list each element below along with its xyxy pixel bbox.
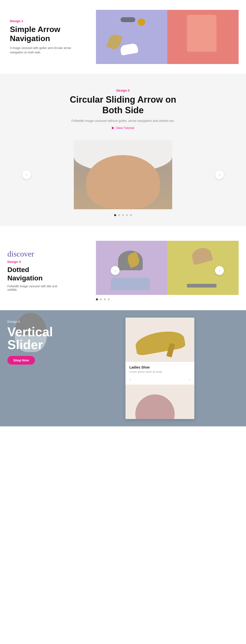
carousel3-prev-button[interactable]: ‹ xyxy=(111,266,120,275)
dot-2[interactable] xyxy=(118,214,120,216)
section3-dots xyxy=(96,295,239,300)
woman-face-skin xyxy=(86,155,160,209)
section1-simple-arrow: Design 1 Simple Arrow Navigation 3 image… xyxy=(0,0,246,74)
carousel3-image-2 xyxy=(167,241,239,295)
glasses-decoration xyxy=(121,17,135,22)
section2-description: Fullwidth image carousel without gutter,… xyxy=(7,119,239,122)
carousel3-image-1 xyxy=(96,241,167,295)
section3-text-block: discover Design 3 Dotted Navigation Full… xyxy=(7,250,61,292)
product-navigation: ‹ › xyxy=(125,375,194,384)
belt-decoration xyxy=(187,284,217,288)
carousel2-prev-button[interactable]: ‹ xyxy=(22,170,31,179)
circle-decoration xyxy=(135,394,175,419)
play-icon xyxy=(112,126,114,130)
section3-dotted-nav: discover Design 3 Dotted Navigation Full… xyxy=(0,226,246,310)
product-card-bottom-image xyxy=(125,384,194,419)
carousel2-next-button[interactable]: › xyxy=(215,170,224,179)
section4-person-area: Design 4 Vertical Slider Shop Now xyxy=(0,310,74,426)
section1-text-block: Design 1 Simple Arrow Navigation 3 image… xyxy=(7,19,76,55)
section4-title: Vertical Slider xyxy=(7,326,66,351)
section4-product-area: Ladies Shoe Lorem ipsum dolor sit amet ‹… xyxy=(74,310,246,426)
s3-dot-2[interactable] xyxy=(100,298,102,300)
discover-script-text: discover xyxy=(7,250,61,258)
section4-text-block: Design 4 Vertical Slider Shop Now xyxy=(0,310,74,374)
dot-1[interactable] xyxy=(114,214,116,216)
carousel3-next-button[interactable]: › xyxy=(215,266,224,275)
section1-carousel xyxy=(96,10,239,64)
product-info: Ladies Shoe Lorem ipsum dolor sit amet xyxy=(125,362,194,375)
section3-title: Dotted Navigation xyxy=(7,266,61,282)
tanktop-decoration xyxy=(187,15,217,52)
flower-decoration xyxy=(138,18,145,26)
section2-carousel-wrapper: ‹ › xyxy=(7,140,239,209)
section3-design-label: Design 3 xyxy=(7,260,61,264)
product-name: Ladies Shoe xyxy=(129,365,190,369)
section4-vertical-slider: Design 4 Vertical Slider Shop Now Ladies… xyxy=(0,310,246,426)
section2-design-label: Design 2 xyxy=(7,88,239,92)
section1-title: Simple Arrow Navigation xyxy=(10,25,76,43)
sneakers-decoration xyxy=(111,278,150,290)
shop-now-button[interactable]: Shop Now xyxy=(7,356,35,364)
dot-5[interactable] xyxy=(130,214,132,216)
section3-carousel: ‹ › xyxy=(96,241,239,300)
dot-4[interactable] xyxy=(126,214,128,216)
leaf-decoration xyxy=(106,33,123,51)
section2-dots xyxy=(7,209,239,226)
s3-dot-1[interactable] xyxy=(96,298,98,300)
product-next-button[interactable]: › xyxy=(189,377,190,382)
shoe-decoration xyxy=(190,246,213,266)
product-image xyxy=(125,318,194,362)
gold-shoe-decoration xyxy=(134,328,186,356)
view-tutorial-link[interactable]: View Tutorial xyxy=(112,126,134,130)
carousel-image-1 xyxy=(96,10,167,64)
product-prev-button[interactable]: ‹ xyxy=(129,377,131,382)
s3-dot-4[interactable] xyxy=(108,298,110,300)
section4-design-label: Design 4 xyxy=(7,320,66,324)
section1-description: 3 image carousel with gutter and circula… xyxy=(10,46,76,55)
product-subtitle: Lorem ipsum dolor sit amet xyxy=(129,370,190,373)
section3-description: Fullwidth image carousel with title and … xyxy=(7,284,61,292)
section2-title: Circular Sliding Arrow on Both Side xyxy=(7,94,239,116)
sneaker-decoration xyxy=(120,43,139,56)
s3-dot-3[interactable] xyxy=(104,298,106,300)
carousel2-image xyxy=(74,140,172,209)
product-card: Ladies Shoe Lorem ipsum dolor sit amet ‹… xyxy=(125,318,194,419)
carousel-image-2 xyxy=(167,10,239,64)
section2-circular-arrow: Design 2 Circular Sliding Arrow on Both … xyxy=(0,74,246,226)
dot-3[interactable] xyxy=(122,214,124,216)
section1-design-label: Design 1 xyxy=(10,19,76,23)
woman-decoration xyxy=(74,140,172,209)
section2-header: Design 2 Circular Sliding Arrow on Both … xyxy=(7,88,239,130)
